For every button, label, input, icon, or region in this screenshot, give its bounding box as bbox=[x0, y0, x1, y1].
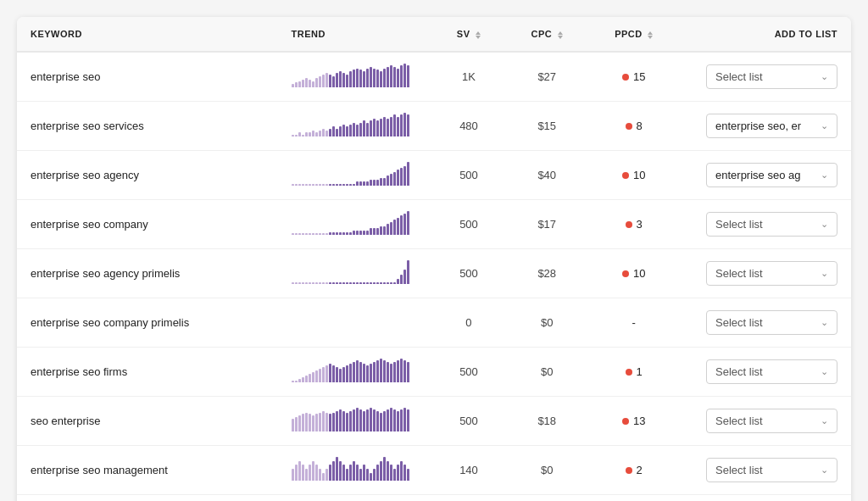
chevron-down-icon: ⌄ bbox=[821, 366, 828, 377]
table-row: enterprise seo agency 500 $40 10 enterpr… bbox=[17, 151, 851, 200]
ppcd-dot bbox=[622, 270, 629, 277]
list-select-dropdown[interactable]: Select list ⌄ bbox=[706, 359, 837, 384]
add-to-list-cell: Select list ⌄ bbox=[677, 397, 851, 446]
list-select-text: Select list bbox=[715, 70, 814, 83]
table-row: enterprise seo company primelis 0 $0 - S… bbox=[17, 298, 851, 348]
table-row: enterprise seo firms 500 $0 1 Select lis… bbox=[17, 348, 851, 397]
col-cpc[interactable]: CPC bbox=[504, 17, 590, 52]
cpc-cell: $27 bbox=[504, 52, 590, 102]
ppcd-cell: 10 bbox=[590, 249, 676, 298]
ppcd-cell: 13 bbox=[590, 397, 676, 446]
sv-cell: 500 bbox=[434, 348, 504, 397]
sv-cell: 500 bbox=[434, 200, 504, 249]
ppcd-cell: - bbox=[590, 298, 676, 348]
cpc-cell: $0 bbox=[504, 348, 590, 397]
list-select-text: Select list bbox=[715, 464, 814, 476]
add-to-list-cell: Select list ⌄ bbox=[677, 495, 851, 502]
col-ppcd[interactable]: PPCD bbox=[590, 17, 676, 52]
list-select-text: enterprise seo, er bbox=[715, 120, 814, 132]
cpc-cell: $40 bbox=[504, 151, 590, 200]
add-to-list-cell: Select list ⌄ bbox=[677, 298, 851, 348]
table-row: enterprise seo services 480 $15 8 enterp… bbox=[17, 102, 851, 151]
chevron-down-icon: ⌄ bbox=[821, 317, 828, 328]
keyword-cell: enterprise seo agency primelis bbox=[17, 249, 278, 298]
col-keyword: KEYWORD bbox=[17, 17, 278, 52]
sv-cell: 500 bbox=[434, 397, 504, 446]
list-select-dropdown[interactable]: Select list ⌄ bbox=[706, 310, 837, 335]
keyword-cell: enterprise seo company primelis bbox=[17, 298, 278, 348]
ppcd-dot bbox=[626, 123, 632, 130]
list-select-dropdown[interactable]: enterprise seo, er ⌄ bbox=[706, 114, 837, 138]
cpc-cell: $0 bbox=[504, 495, 590, 502]
table-row: enterprise seo company 500 $17 3 Select … bbox=[17, 200, 851, 249]
ppcd-dot bbox=[622, 74, 629, 81]
ppcd-number: 2 bbox=[637, 464, 643, 476]
ppcd-number: 13 bbox=[633, 415, 645, 427]
chevron-down-icon: ⌄ bbox=[821, 415, 828, 426]
chevron-down-icon: ⌄ bbox=[821, 465, 828, 476]
ppcd-value: - bbox=[632, 316, 636, 329]
cpc-cell: $28 bbox=[504, 249, 590, 298]
chevron-down-icon: ⌄ bbox=[821, 71, 828, 82]
cpc-cell: $0 bbox=[504, 298, 590, 348]
list-select-text: enterprise seo ag bbox=[715, 169, 814, 181]
add-to-list-cell: Select list ⌄ bbox=[677, 52, 851, 102]
ppcd-sort-icon bbox=[648, 31, 653, 39]
col-trend: TREND bbox=[278, 17, 434, 52]
ppcd-cell: 2 bbox=[590, 446, 676, 495]
sv-sort-icon bbox=[476, 31, 481, 39]
ppcd-dot bbox=[626, 369, 632, 376]
cpc-cell: $15 bbox=[504, 102, 590, 151]
keyword-cell: enterprise seo bbox=[17, 52, 278, 102]
list-select-text: Select list bbox=[715, 365, 814, 378]
list-select-dropdown[interactable]: Select list ⌄ bbox=[706, 64, 837, 89]
cpc-cell: $17 bbox=[504, 200, 590, 249]
main-container: KEYWORD TREND SV CPC bbox=[17, 17, 851, 501]
ppcd-cell: 10 bbox=[590, 151, 676, 200]
ppcd-cell: 15 bbox=[590, 52, 676, 102]
ppcd-value: 15 bbox=[622, 70, 645, 83]
add-to-list-cell: Select list ⌄ bbox=[677, 348, 851, 397]
ppcd-dot bbox=[626, 221, 632, 228]
ppcd-value: 1 bbox=[626, 365, 643, 378]
keyword-cell: seo enterprise bbox=[17, 397, 278, 446]
list-select-dropdown[interactable]: Select list ⌄ bbox=[706, 458, 837, 482]
list-select-text: Select list bbox=[715, 415, 814, 427]
chevron-down-icon: ⌄ bbox=[821, 120, 828, 131]
trend-cell bbox=[278, 348, 434, 397]
sv-cell: 480 bbox=[434, 102, 504, 151]
list-select-dropdown[interactable]: Select list ⌄ bbox=[706, 409, 837, 433]
ppcd-cell: 8 bbox=[590, 102, 676, 151]
keyword-cell: enterprise seo agency bbox=[17, 151, 278, 200]
list-select-text: Select list bbox=[715, 316, 814, 329]
ppcd-value: 8 bbox=[626, 120, 643, 132]
list-select-text: Select list bbox=[715, 218, 814, 231]
ppcd-number: 10 bbox=[633, 169, 645, 181]
sv-cell: 0 bbox=[434, 298, 504, 348]
ppcd-cell: 3 bbox=[590, 495, 676, 502]
ppcd-value: 10 bbox=[622, 169, 645, 181]
chevron-down-icon: ⌄ bbox=[821, 268, 828, 279]
table-row: enterprise seo 1K $27 15 Select list ⌄ bbox=[17, 52, 851, 102]
keyword-cell: enterprise seo firms bbox=[17, 348, 278, 397]
trend-cell bbox=[278, 397, 434, 446]
trend-cell bbox=[278, 200, 434, 249]
ppcd-value: 10 bbox=[622, 267, 645, 280]
ppcd-cell: 3 bbox=[590, 200, 676, 249]
table-row: seo enterprise 500 $18 13 Select list ⌄ bbox=[17, 397, 851, 446]
col-sv[interactable]: SV bbox=[434, 17, 504, 52]
sv-cell: 500 bbox=[434, 495, 504, 502]
list-select-dropdown[interactable]: Select list ⌄ bbox=[706, 212, 837, 237]
ppcd-value: 2 bbox=[626, 464, 643, 476]
ppcd-number: 1 bbox=[637, 365, 643, 378]
sv-cell: 500 bbox=[434, 151, 504, 200]
list-select-dropdown[interactable]: Select list ⌄ bbox=[706, 261, 837, 286]
ppcd-number: 8 bbox=[637, 120, 643, 132]
ppcd-dot bbox=[622, 172, 629, 179]
ppcd-number: 15 bbox=[633, 70, 645, 83]
sv-cell: 140 bbox=[434, 446, 504, 495]
ppcd-number: 10 bbox=[633, 267, 645, 280]
list-select-dropdown[interactable]: enterprise seo ag ⌄ bbox=[706, 163, 837, 187]
ppcd-number: - bbox=[632, 316, 636, 329]
keyword-cell: enterprise seo management bbox=[17, 446, 278, 495]
